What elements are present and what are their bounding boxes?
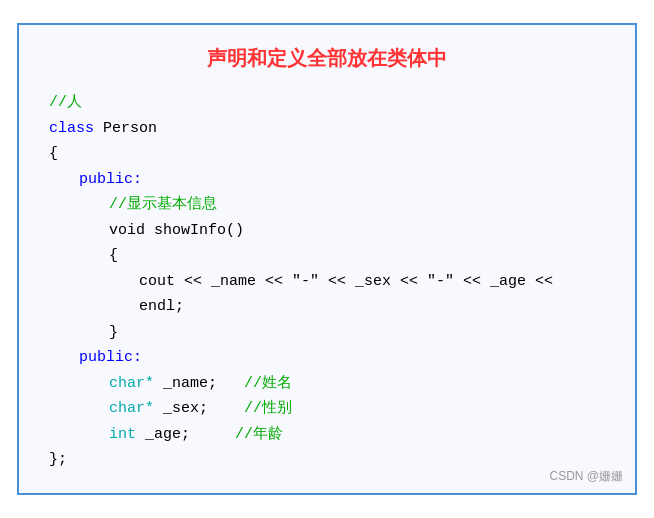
keyword-class: class bbox=[49, 120, 94, 137]
code-line-7: { bbox=[49, 243, 605, 269]
code-card: 声明和定义全部放在类体中 //人 class Person { public: … bbox=[17, 23, 637, 495]
access-public-1: public: bbox=[79, 171, 142, 188]
func-brace-open: { bbox=[109, 247, 118, 264]
func-name: showInfo() bbox=[154, 222, 244, 239]
code-line-13: int _age; //年龄 bbox=[49, 422, 605, 448]
code-line-3: { bbox=[49, 141, 605, 167]
var-name: _name; bbox=[163, 375, 244, 392]
class-end: }; bbox=[49, 451, 67, 468]
code-line-11: char* _name; //姓名 bbox=[49, 371, 605, 397]
comment-name: //姓名 bbox=[244, 375, 292, 392]
comment-person: //人 bbox=[49, 94, 82, 111]
brace-open: { bbox=[49, 145, 58, 162]
code-line-10: public: bbox=[49, 345, 605, 371]
page-title: 声明和定义全部放在类体中 bbox=[49, 45, 605, 72]
type-char-1: char* bbox=[109, 375, 154, 392]
code-line-6: void showInfo() bbox=[49, 218, 605, 244]
func-brace-close: } bbox=[109, 324, 118, 341]
code-line-1: //人 bbox=[49, 90, 605, 116]
code-line-14: }; bbox=[49, 447, 605, 473]
class-name: Person bbox=[103, 120, 157, 137]
code-line-2: class Person bbox=[49, 116, 605, 142]
comment-show-info: //显示基本信息 bbox=[109, 196, 217, 213]
code-line-9: } bbox=[49, 320, 605, 346]
code-line-5: //显示基本信息 bbox=[49, 192, 605, 218]
code-line-4: public: bbox=[49, 167, 605, 193]
var-sex: _sex; bbox=[163, 400, 244, 417]
type-char-2: char* bbox=[109, 400, 154, 417]
code-block: //人 class Person { public: //显示基本信息 void… bbox=[49, 90, 605, 473]
cout-statement: cout << _name << "-" << _sex << "-" << _… bbox=[139, 273, 553, 316]
var-age: _age; bbox=[145, 426, 235, 443]
comment-age: //年龄 bbox=[235, 426, 283, 443]
code-line-12: char* _sex; //性别 bbox=[49, 396, 605, 422]
comment-sex: //性别 bbox=[244, 400, 292, 417]
access-public-2: public: bbox=[79, 349, 142, 366]
type-int: int bbox=[109, 426, 136, 443]
void-keyword: void bbox=[109, 222, 154, 239]
code-line-8: cout << _name << "-" << _sex << "-" << _… bbox=[49, 269, 605, 320]
watermark: CSDN @姗姗 bbox=[549, 468, 623, 485]
